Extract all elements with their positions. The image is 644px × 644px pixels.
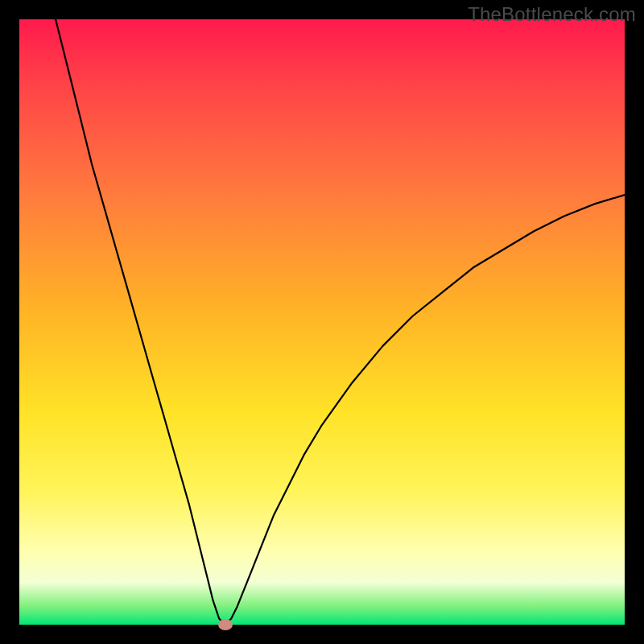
optimal-point-marker <box>218 619 233 630</box>
watermark-text: TheBottleneck.com <box>468 3 636 26</box>
bottleneck-curve <box>19 19 625 625</box>
